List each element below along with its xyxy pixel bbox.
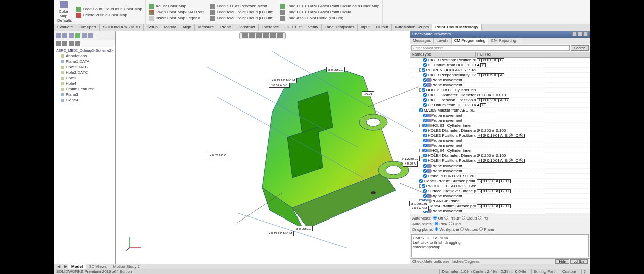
- hide-button[interactable]: Hide: [555, 259, 569, 264]
- swap-colormap-button[interactable]: Swap Color Map/CAD Part: [149, 9, 204, 15]
- model-tab[interactable]: Motion Study 1: [110, 264, 143, 269]
- feature-item[interactable]: Hole3: [56, 75, 113, 81]
- colormap-defaults-button[interactable]: Color Map Defaults: [54, 0, 73, 24]
- checkmate-tab[interactable]: CM Reporting: [488, 38, 519, 44]
- feature-item[interactable]: Annotations: [56, 53, 113, 59]
- fm-tool-icon[interactable]: [75, 41, 80, 46]
- adjust-colormap-button[interactable]: Adjust Color Map: [149, 3, 204, 9]
- hdr-fcf: FCF/Tol: [476, 52, 590, 57]
- load-stl-button[interactable]: Load STL as Polyface Mesh: [210, 3, 274, 9]
- next-tab-icon[interactable]: ▶: [61, 264, 68, 269]
- gtol-callout[interactable]: ⌖ 0.50 A: [403, 161, 418, 167]
- graphics-area[interactable]: ⌖ 0.15 A B M C M□ 0.02 A B C⌀ 0.25±0.1□ …: [116, 31, 410, 264]
- load-ascii-pc3-button[interactable]: Load AscII Point Cloud (i.000th): [280, 15, 380, 21]
- feature-item[interactable]: Plane4: [56, 97, 113, 103]
- command-tab[interactable]: Construct: [234, 24, 258, 31]
- fm-tool-icon[interactable]: [69, 33, 74, 38]
- cloud-icon: [280, 4, 285, 9]
- gtol-callout[interactable]: □ 0.01: [362, 91, 374, 96]
- maximize-icon[interactable]: [578, 32, 582, 36]
- delete-colormap-button[interactable]: Delete Visible Color Map: [76, 12, 142, 18]
- svg-line-20: [126, 248, 130, 251]
- fm-tool-icon[interactable]: [82, 33, 87, 38]
- command-tab[interactable]: Probe: [217, 24, 234, 31]
- command-tab[interactable]: Verify: [305, 24, 322, 31]
- fm-tool-icon[interactable]: [75, 33, 80, 38]
- fcf-frame: ⌓0.020ABC: [477, 179, 511, 183]
- load-left-ascii-button[interactable]: Load LEFT HAND AscII Point Cloud: [280, 9, 380, 15]
- fm-tool-icon[interactable]: [69, 41, 74, 46]
- search-button[interactable]: Search: [571, 45, 589, 51]
- gtol-callout[interactable]: ⌖ 0.15 A B M C M: [267, 231, 294, 236]
- feature-icon: [61, 71, 64, 74]
- load-ascii-pc1-button[interactable]: Load AscII Point Cloud (i.000th): [210, 9, 274, 15]
- feature-item[interactable]: Hole1:DATB: [56, 64, 113, 70]
- feature-icon: [61, 60, 64, 63]
- fm-tool-icon[interactable]: [56, 41, 61, 46]
- gtol-callout[interactable]: ⌀ 0.25±0.1: [326, 67, 345, 72]
- command-tab[interactable]: HOT List: [282, 24, 305, 31]
- tol-text: Ø 0.250 ± 0.100: [477, 128, 506, 133]
- orientation-triad[interactable]: [125, 234, 143, 253]
- command-tab[interactable]: Point Cloud Metrology: [432, 24, 482, 31]
- gtol-callout[interactable]: □ 0.02 A B C: [269, 83, 290, 88]
- feature-item[interactable]: Plane1:DATA: [56, 59, 113, 64]
- command-tab[interactable]: Modify: [161, 24, 180, 31]
- command-tab[interactable]: Setup: [144, 24, 161, 31]
- load-pc-colormap-button[interactable]: Load Point Cloud as a Color Map: [76, 6, 142, 12]
- load-ascii-pc2-button[interactable]: Load AscII Point Cloud (i.000th): [210, 15, 274, 21]
- minimize-icon[interactable]: [572, 32, 577, 36]
- cloud-icon: [210, 16, 215, 21]
- command-tab[interactable]: DimXpert: [76, 24, 100, 31]
- gtol-callout[interactable]: ⌀ 0.25±0.1: [294, 226, 313, 231]
- colormap-defaults-label: Color Map Defaults: [57, 9, 70, 23]
- close-icon[interactable]: [583, 32, 588, 36]
- bottom-tabs: ◀ ▶ Model3D ViewsMotion Study 1: [54, 264, 590, 269]
- checkmate-tab[interactable]: CM Programming: [452, 38, 489, 44]
- feature-item[interactable]: Plane3: [56, 92, 113, 97]
- tree-root[interactable]: AERO_MBD1_Colmap2<Scheme2>: [56, 48, 113, 53]
- command-tab[interactable]: Align: [179, 24, 195, 31]
- statusbar: SOLIDWORKS Premium 2016 x64 Edition Diam…: [54, 269, 590, 274]
- automeas-radio[interactable]: [444, 216, 448, 220]
- fm-tool-icon[interactable]: [88, 33, 93, 38]
- legend-icon: [149, 16, 154, 21]
- insert-legend-button[interactable]: Insert Color Map Legend: [149, 15, 204, 21]
- dragplane-radio[interactable]: [460, 227, 464, 231]
- fcf-frame: ⌓0.020ABC: [477, 189, 511, 193]
- load-left-ascii-colormap-button[interactable]: Load LEFT HAND AscII Point Cloud as a Co…: [280, 3, 380, 9]
- svg-point-8: [386, 166, 401, 175]
- model-tab[interactable]: 3D Views: [86, 264, 110, 269]
- svg-line-16: [399, 183, 436, 198]
- svg-line-14: [368, 87, 419, 107]
- model-tab[interactable]: Model: [68, 264, 86, 269]
- command-tab[interactable]: Input: [358, 24, 373, 31]
- fm-tool-icon[interactable]: [62, 33, 67, 38]
- gtol-callout[interactable]: ⌖ 0.2 A B M: [410, 206, 429, 211]
- feature-item[interactable]: Hole2:DATC: [56, 70, 113, 75]
- tooltips-button[interactable]: ool-tips: [570, 259, 588, 264]
- dragplane-radio[interactable]: [479, 227, 483, 231]
- model-view: [146, 36, 439, 258]
- command-tab[interactable]: AutoMation Scripts: [392, 24, 432, 31]
- command-tabs: EvaluateDimXpertSOLIDWORKS MBDSetupModif…: [54, 24, 590, 31]
- fm-toolbar: [54, 31, 115, 40]
- prev-tab-icon[interactable]: ◀: [54, 264, 61, 269]
- fm-tool-icon[interactable]: [62, 41, 67, 46]
- feature-item[interactable]: Profile Feature2: [56, 86, 113, 92]
- command-tab[interactable]: Measure: [195, 24, 217, 31]
- autopoints-radio[interactable]: [449, 222, 452, 225]
- command-tab[interactable]: Evaluate: [54, 24, 76, 31]
- automeas-radio[interactable]: [462, 216, 465, 220]
- tol-text: Ø 1.004 ± 0.010: [477, 93, 506, 97]
- gtol-callout[interactable]: ⌖ 0.02 A B C: [208, 153, 228, 158]
- datum-icon: [477, 64, 480, 66]
- command-tab[interactable]: Output: [373, 24, 392, 31]
- automeas-radio[interactable]: [478, 216, 481, 220]
- datum-icon: [477, 104, 480, 106]
- command-tab[interactable]: Label Templates: [322, 24, 358, 31]
- command-tab[interactable]: Tolerance: [259, 24, 283, 31]
- fm-tool-icon[interactable]: [56, 33, 61, 38]
- feature-item[interactable]: Hole4: [56, 81, 113, 86]
- command-tab[interactable]: SOLIDWORKS MBD: [100, 24, 143, 31]
